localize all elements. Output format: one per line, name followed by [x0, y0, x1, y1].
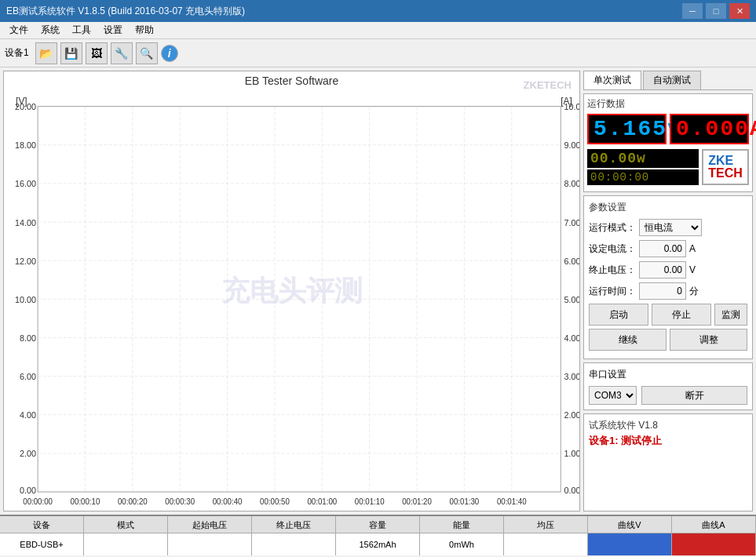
search-button[interactable]: 🔍	[136, 42, 158, 64]
serial-row: COM3 COM1 COM2 COM4 断开	[589, 386, 747, 405]
open-button[interactable]: 📂	[35, 42, 57, 64]
sd-curve-v	[588, 533, 672, 555]
start-button[interactable]: 启动	[589, 304, 648, 326]
mode-row: 运行模式： 恒电流 恒电压 恒功率	[589, 219, 747, 236]
statusbar-data: EBD-USB+ 1562mAh 0mWh	[0, 533, 756, 555]
params-section: 参数设置 运行模式： 恒电流 恒电压 恒功率 设定电流： A 终止电压： V	[583, 195, 753, 359]
main-area: EB Tester Software ZKETECH 充电头评测 [V] [A]	[0, 67, 756, 515]
mode-select[interactable]: 恒电流 恒电压 恒功率	[639, 219, 702, 236]
menu-tools[interactable]: 工具	[66, 22, 97, 38]
disconnect-button[interactable]: 断开	[641, 386, 747, 405]
svg-text:6.00: 6.00	[20, 372, 36, 381]
svg-text:6.00: 6.00	[564, 256, 579, 265]
menu-system[interactable]: 系统	[35, 22, 66, 38]
svg-text:00:00:40: 00:00:40	[213, 497, 243, 506]
menu-file[interactable]: 文件	[3, 22, 35, 38]
info-button[interactable]: i	[161, 45, 178, 62]
svg-text:3.00: 3.00	[564, 372, 579, 381]
svg-text:1.00: 1.00	[564, 449, 579, 458]
chart-svg: [V] [A]	[4, 90, 579, 511]
current-row: 设定电流： A	[589, 240, 747, 257]
display-big: 5.165v 0.000A	[587, 114, 749, 144]
zke-logo: ZKE TECH	[702, 149, 749, 185]
current-display: 0.000A	[670, 114, 749, 144]
chart-title: EB Tester Software	[4, 71, 579, 90]
continue-button[interactable]: 继续	[589, 329, 667, 351]
statusbar: 设备 模式 起始电压 终止电压 容量 能量 均压 曲线V 曲线A EBD-USB…	[0, 515, 756, 554]
titlebar: EB测试系统软件 V1.8.5 (Build 2016-03-07 充电头特别版…	[0, 0, 756, 22]
svg-text:8.00: 8.00	[564, 179, 579, 188]
mode-label: 运行模式：	[589, 221, 636, 235]
sh-energy: 能量	[420, 516, 504, 533]
svg-text:16.00: 16.00	[15, 179, 36, 188]
svg-text:2.00: 2.00	[564, 410, 579, 420]
current-input[interactable]	[639, 240, 686, 257]
sd-curve-a	[672, 533, 756, 555]
status-line2: 设备1: 测试停止	[589, 434, 747, 448]
time-unit: 分	[689, 285, 705, 298]
time-label: 运行时间：	[589, 285, 636, 298]
maximize-button[interactable]: □	[706, 3, 726, 19]
zke-bottom-text: TECH	[708, 167, 743, 180]
window-title: EB测试系统软件 V1.8.5 (Build 2016-03-07 充电头特别版…	[6, 5, 682, 18]
tab-single[interactable]: 单次测试	[583, 71, 641, 89]
action-row-1: 启动 停止 监测	[589, 304, 747, 326]
time-input[interactable]	[639, 282, 686, 300]
time-display: 00:00:00	[587, 169, 699, 185]
sd-avg-voltage	[504, 533, 588, 555]
status-section: 试系统软件 V1.8 设备1: 测试停止	[583, 413, 753, 511]
monitor-button[interactable]: 监测	[714, 304, 747, 326]
image-button[interactable]: 🖼	[86, 42, 108, 64]
stop-button[interactable]: 停止	[652, 304, 711, 326]
chart-area: EB Tester Software ZKETECH 充电头评测 [V] [A]	[3, 71, 580, 511]
adjust-button[interactable]: 调整	[670, 329, 747, 351]
svg-text:18.00: 18.00	[15, 140, 36, 150]
sd-start-voltage	[168, 533, 252, 555]
sd-mode	[84, 533, 168, 555]
sh-device: 设备	[0, 516, 84, 533]
voltage-input[interactable]	[639, 261, 686, 278]
svg-text:00:01:20: 00:01:20	[402, 497, 432, 506]
current-label: 设定电流：	[589, 242, 636, 256]
serial-title: 串口设置	[589, 368, 747, 381]
svg-text:20.00: 20.00	[15, 102, 36, 111]
right-panel: 单次测试 自动测试 运行数据 5.165v 0.000A 00.00w 00:0…	[583, 67, 756, 515]
save-button[interactable]: 💾	[60, 42, 82, 64]
svg-text:00:01:30: 00:01:30	[450, 497, 480, 506]
running-data-title: 运行数据	[587, 97, 749, 111]
menu-settings[interactable]: 设置	[97, 22, 129, 38]
zke-top-text: ZKE	[708, 155, 743, 167]
menu-help[interactable]: 帮助	[129, 22, 160, 38]
sh-capacity: 容量	[336, 516, 420, 533]
minimize-button[interactable]: ─	[682, 3, 703, 19]
sh-curve-v: 曲线V	[588, 516, 672, 533]
svg-text:00:00:20: 00:00:20	[118, 497, 148, 506]
tab-auto[interactable]: 自动测试	[643, 71, 701, 89]
svg-text:00:01:00: 00:01:00	[307, 497, 337, 506]
svg-text:10.00: 10.00	[564, 102, 579, 111]
port-select[interactable]: COM3 COM1 COM2 COM4	[589, 386, 637, 405]
close-button[interactable]: ✕	[729, 3, 750, 19]
sd-capacity: 1562mAh	[336, 533, 420, 555]
menubar: 文件 系统 工具 设置 帮助	[0, 22, 756, 39]
voltage-unit: V	[689, 264, 705, 275]
svg-text:8.00: 8.00	[20, 333, 36, 343]
voltage-row: 终止电压： V	[589, 261, 747, 278]
settings-button[interactable]: 🔧	[111, 42, 133, 64]
statusbar-header: 设备 模式 起始电压 终止电压 容量 能量 均压 曲线V 曲线A	[0, 516, 756, 533]
running-data-section: 运行数据 5.165v 0.000A 00.00w 00:00:00 ZKE T…	[583, 93, 753, 192]
svg-text:00:00:50: 00:00:50	[260, 497, 290, 506]
svg-text:4.00: 4.00	[20, 410, 36, 420]
svg-text:00:01:40: 00:01:40	[497, 497, 527, 506]
device-label: 设备1	[5, 46, 29, 60]
time-row: 运行时间： 分	[589, 282, 747, 300]
power-display: 00.00w	[587, 149, 699, 168]
sd-device: EBD-USB+	[0, 533, 84, 555]
svg-text:7.00: 7.00	[564, 217, 579, 227]
sh-end-voltage: 终止电压	[252, 516, 336, 533]
action-row-2: 继续 调整	[589, 329, 747, 351]
sh-avg-voltage: 均压	[504, 516, 588, 533]
sh-curve-a: 曲线A	[672, 516, 756, 533]
svg-text:4.00: 4.00	[564, 333, 579, 343]
svg-text:12.00: 12.00	[15, 256, 36, 265]
